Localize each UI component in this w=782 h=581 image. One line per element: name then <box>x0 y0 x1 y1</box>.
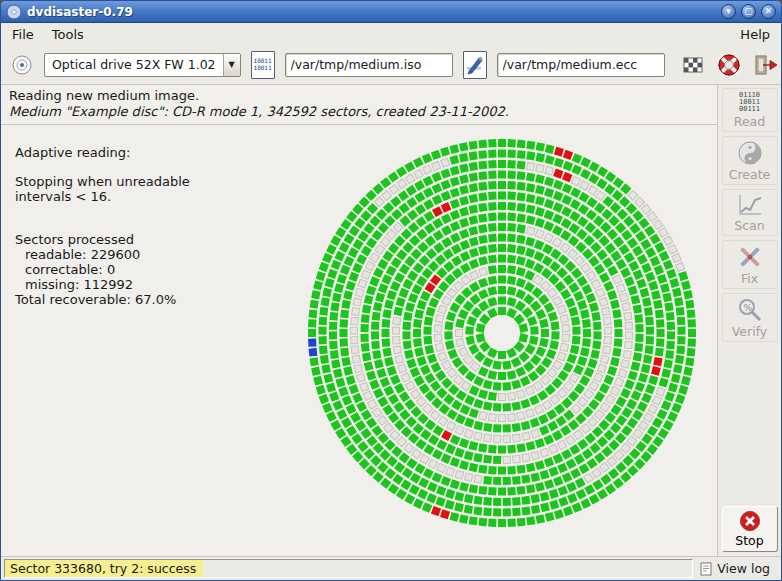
preferences-button[interactable] <box>679 50 707 80</box>
read-button[interactable]: 01110 10011 00111 Read <box>722 88 778 132</box>
menu-file[interactable]: File <box>3 25 43 44</box>
correctable-value: 0 <box>107 262 115 277</box>
fix-button[interactable]: Fix <box>722 240 778 289</box>
adaptive-reading-panel: Adaptive reading: Stopping when unreadab… <box>15 145 190 307</box>
stop-button-label: Stop <box>735 533 763 548</box>
sectors-processed-title: Sectors processed <box>15 232 190 247</box>
stopping-line-2: intervals < 16. <box>15 189 190 204</box>
stop-button[interactable]: Stop <box>722 506 778 552</box>
status-strip: Reading new medium image. Medium "Exampl… <box>1 85 717 125</box>
ecc-file-icon <box>463 51 487 79</box>
log-icon <box>700 562 713 576</box>
close-button[interactable]: ✕ <box>761 4 776 19</box>
fix-icon <box>737 244 763 270</box>
quit-button[interactable] <box>751 50 781 80</box>
missing-label: missing: <box>25 277 79 292</box>
preferences-icon <box>682 54 704 76</box>
iso-file-button[interactable]: 10011 10011 <box>248 50 278 80</box>
read-icon: 01110 10011 00111 <box>739 92 760 113</box>
scan-button[interactable]: Scan <box>722 189 778 236</box>
view-log-button[interactable]: View log <box>696 559 778 578</box>
reading-area: Adaptive reading: Stopping when unreadab… <box>1 125 717 556</box>
verify-icon: % <box>737 297 763 323</box>
body-row: Reading new medium image. Medium "Exampl… <box>1 85 781 556</box>
missing-value: 112992 <box>83 277 133 292</box>
app-icon <box>6 4 22 20</box>
total-recoverable-value: 67.0% <box>135 292 176 307</box>
ecc-path-input[interactable] <box>497 53 665 77</box>
readable-value: 229600 <box>91 247 141 262</box>
adaptive-reading-title: Adaptive reading: <box>15 145 190 160</box>
stopping-line-1: Stopping when unreadable <box>15 174 190 189</box>
status-line-1: Reading new medium image. <box>9 88 709 103</box>
stop-icon <box>739 510 761 532</box>
create-button[interactable]: Create <box>722 136 778 185</box>
drive-combobox-value: Optical drive 52X FW 1.02 <box>45 57 223 72</box>
app-window: dvdisaster-0.79 ▾ ▢ ✕ File Tools Help Op… <box>0 0 782 581</box>
window-title: dvdisaster-0.79 <box>27 5 716 19</box>
correctable-row: correctable: 0 <box>15 262 190 277</box>
iso-icon-digits-2: 10011 <box>254 65 272 71</box>
spacer <box>15 218 190 232</box>
fix-button-label: Fix <box>741 271 758 286</box>
create-button-label: Create <box>729 167 771 182</box>
minimize-button[interactable]: ▾ <box>721 4 736 19</box>
scan-icon <box>737 193 763 217</box>
read-button-label: Read <box>734 114 765 129</box>
view-log-label: View log <box>717 561 770 576</box>
ecc-file-button[interactable] <box>460 50 490 80</box>
create-icon <box>737 140 763 166</box>
verify-button[interactable]: % Verify <box>722 293 778 342</box>
total-recoverable-label: Total recoverable: <box>15 292 131 307</box>
left-column: Reading new medium image. Medium "Exampl… <box>1 85 717 556</box>
quit-icon <box>754 53 778 77</box>
statusbar: Sector 333680, try 2: success View log <box>1 556 781 580</box>
titlebar: dvdisaster-0.79 ▾ ▢ ✕ <box>1 1 781 23</box>
spacer <box>15 204 190 218</box>
readable-label: readable: <box>25 247 86 262</box>
menubar: File Tools Help <box>1 23 781 45</box>
menu-help[interactable]: Help <box>731 25 779 44</box>
drive-select-button[interactable] <box>7 50 37 80</box>
spacer <box>15 160 190 174</box>
total-recoverable-row: Total recoverable: 67.0% <box>15 292 190 307</box>
chevron-down-icon[interactable]: ▼ <box>223 54 240 76</box>
iso-path-input[interactable] <box>285 53 453 77</box>
toolbar: Optical drive 52X FW 1.02 ▼ 10011 10011 <box>1 45 781 85</box>
verify-button-label: Verify <box>732 324 767 339</box>
statusbar-message: Sector 333680, try 2: success <box>5 560 203 578</box>
sidebar: 01110 10011 00111 Read Create <box>717 85 781 556</box>
correctable-label: correctable: <box>25 262 103 277</box>
svg-text:%: % <box>743 303 752 313</box>
readable-row: readable: 229600 <box>15 247 190 262</box>
menu-tools[interactable]: Tools <box>43 25 93 44</box>
lifebuoy-icon <box>717 53 741 77</box>
drive-icon <box>10 53 34 77</box>
iso-file-icon: 10011 10011 <box>251 51 275 79</box>
scan-button-label: Scan <box>734 218 764 233</box>
disc-sector-spiral <box>284 125 717 553</box>
missing-row: missing: 112992 <box>15 277 190 292</box>
help-button[interactable] <box>714 50 744 80</box>
statusbar-message-cell: Sector 333680, try 2: success <box>4 559 693 578</box>
maximize-button[interactable]: ▢ <box>741 4 756 19</box>
status-line-2: Medium "Example disc": CD-R mode 1, 3425… <box>9 104 709 119</box>
drive-combobox[interactable]: Optical drive 52X FW 1.02 ▼ <box>44 53 241 77</box>
